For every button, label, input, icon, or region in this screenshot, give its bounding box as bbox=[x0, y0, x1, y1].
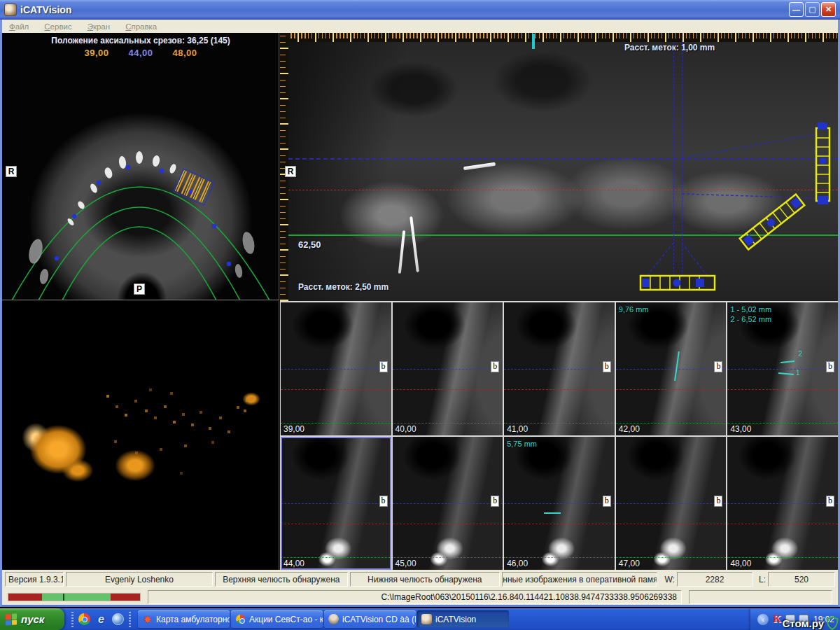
version-field: Версия 1.9.3.13 bbox=[5, 572, 64, 587]
slice-label: 44,00 bbox=[284, 559, 304, 568]
tray-chevron-icon[interactable]: ‹ bbox=[757, 614, 769, 625]
upper-jaw-status-field: Верхняя челюсть обнаружена bbox=[215, 572, 348, 587]
slice-label: 43,00 bbox=[730, 424, 751, 434]
slice-label: 48,00 bbox=[730, 559, 751, 568]
task-button-browser[interactable]: Акции СевСт-ао - ко... bbox=[231, 610, 323, 628]
pano-vertical-guide-1 bbox=[673, 42, 674, 276]
measurement-line[interactable] bbox=[544, 512, 561, 514]
axial-value-3: 48,00 bbox=[173, 48, 197, 58]
slice-thumbnail-grid: b 39,00 b 40,00 b 41,00 9,76 mm b 42,00 … bbox=[280, 301, 838, 570]
volume-3d-panel[interactable] bbox=[2, 301, 279, 570]
buccal-marker: b bbox=[379, 496, 388, 507]
buccal-marker: b bbox=[491, 361, 499, 372]
buccal-marker: b bbox=[603, 496, 611, 507]
pano-tick-spacing-top: Расст. меток: 1,00 mm bbox=[624, 43, 715, 52]
pano-crosshair-blue-line[interactable] bbox=[288, 158, 838, 160]
pano-position-marker[interactable] bbox=[532, 34, 535, 49]
axial-slice-values: 39,0044,0048,00 bbox=[2, 48, 279, 58]
volume-3d-render[interactable] bbox=[2, 301, 279, 570]
start-button[interactable]: пуск bbox=[0, 608, 64, 630]
panoramic-view-panel[interactable]: Расст. меток: 1,00 mm 62,50 Расст. меток… bbox=[280, 33, 838, 301]
menu-file[interactable]: Файл bbox=[9, 22, 29, 31]
axial-value-1: 39,00 bbox=[84, 48, 108, 58]
medcard-app-icon: ✸ bbox=[142, 614, 153, 624]
close-button[interactable]: ✕ bbox=[821, 2, 836, 17]
measurement-point-label: 2 bbox=[798, 350, 802, 358]
slice-label: 41,00 bbox=[507, 424, 528, 434]
measurement-line[interactable] bbox=[780, 360, 794, 363]
slice-tile-44-selected[interactable]: b 44,00 bbox=[281, 437, 391, 570]
task-button-icatvision-active[interactable]: iCATVision bbox=[417, 610, 509, 628]
slice-label: 39,00 bbox=[284, 424, 304, 434]
icatvision-icon bbox=[421, 614, 432, 624]
person-icon bbox=[328, 614, 339, 624]
empty-status-field bbox=[689, 590, 832, 604]
task-button-med-card[interactable]: ✸ Карта амбулаторно... bbox=[138, 610, 230, 628]
slice-label: 47,00 bbox=[619, 559, 640, 568]
menu-help[interactable]: Справка bbox=[125, 22, 157, 31]
slice-tile-39[interactable]: b 39,00 bbox=[281, 302, 391, 435]
pano-measure-overlays bbox=[280, 33, 838, 301]
axial-position-title: Положение аксиальных срезов: 36,25 (145) bbox=[2, 36, 279, 46]
axial-value-2: 44,00 bbox=[128, 48, 153, 58]
window-level-value[interactable]: 520 bbox=[768, 572, 835, 587]
implant-streak bbox=[463, 162, 496, 170]
task-button-icatvision-cd[interactable]: iCATVision CD àà (D:) bbox=[324, 610, 416, 628]
slice-tile-48[interactable]: b 48,00 bbox=[727, 437, 838, 570]
menu-bar: Файл Сервис Экран Справка bbox=[0, 20, 840, 33]
buccal-marker: b bbox=[603, 361, 611, 372]
globe-icon[interactable] bbox=[112, 613, 124, 625]
pano-right-marker: R bbox=[285, 166, 296, 177]
pano-slice-position-label: 62,50 bbox=[298, 239, 321, 250]
status-bar: Версия 1.9.3.13 Evgeniy Loshenko Верхняя… bbox=[0, 570, 840, 589]
watermark-text: Стом.ру bbox=[782, 617, 824, 629]
axial-view-panel[interactable]: Положение аксиальных срезов: 36,25 (145)… bbox=[2, 33, 279, 300]
buccal-marker: b bbox=[491, 496, 499, 507]
slice-label: 40,00 bbox=[396, 424, 416, 434]
window-titlebar[interactable]: iCATVision — ▢ ✕ bbox=[0, 0, 840, 20]
menu-service[interactable]: Сервис bbox=[44, 22, 71, 31]
slice-tile-40[interactable]: b 40,00 bbox=[393, 302, 503, 435]
measurement-line[interactable] bbox=[675, 351, 680, 381]
pano-crosshair-red-line[interactable] bbox=[288, 190, 838, 190]
measurement-value: 1 - 5,02 mm2 - 6,52 mm bbox=[730, 304, 771, 324]
buccal-marker: b bbox=[379, 361, 388, 372]
window-width-value[interactable]: 2282 bbox=[677, 572, 752, 587]
axial-ct-image[interactable] bbox=[2, 33, 279, 300]
slice-tile-47[interactable]: b 47,00 bbox=[616, 437, 727, 570]
window-level-label: L: bbox=[759, 575, 766, 584]
desktop: iCATVision — ▢ ✕ Файл Сервис Экран Справ… bbox=[0, 0, 840, 630]
chrome-icon[interactable] bbox=[78, 613, 90, 625]
image-path-field[interactable]: C:\ImageRoot\063\20150116\2.16.840.11442… bbox=[148, 590, 682, 604]
menu-screen[interactable]: Экран bbox=[88, 22, 110, 31]
slice-tile-41[interactable]: b 41,00 bbox=[504, 302, 615, 435]
toolbar-separator bbox=[129, 612, 131, 627]
stomru-watermark: Стом.ру bbox=[782, 616, 839, 630]
app-icon bbox=[4, 4, 17, 16]
taskbar: пуск e ✸ Карта амбулаторно... Акции СевС… bbox=[0, 608, 840, 630]
pano-tick-spacing-bottom: Расст. меток: 2,50 mm bbox=[298, 282, 388, 292]
axial-right-marker: R bbox=[6, 166, 17, 177]
pano-slice-green-line[interactable] bbox=[288, 234, 838, 236]
window-title: iCATVision bbox=[20, 4, 71, 15]
pano-vertical-guide-2 bbox=[682, 42, 682, 276]
chrome-icon bbox=[235, 614, 246, 624]
slice-tile-46[interactable]: 5,75 mm b 46,00 bbox=[504, 437, 615, 570]
ie-icon[interactable]: e bbox=[95, 613, 107, 625]
lower-jaw-status-field: Нижняя челюсть обнаружена bbox=[350, 572, 500, 587]
slice-tile-45[interactable]: b 45,00 bbox=[393, 437, 503, 570]
kaspersky-icon[interactable]: K bbox=[772, 615, 782, 624]
slice-tile-43[interactable]: 2 1 1 - 5,02 mm2 - 6,52 mm b 43,00 bbox=[727, 302, 838, 435]
maximize-button[interactable]: ▢ bbox=[805, 2, 820, 17]
axial-posterior-marker: P bbox=[134, 284, 145, 295]
slice-label: 42,00 bbox=[619, 424, 640, 434]
progress-status-bar: C:\ImageRoot\063\20150116\2.16.840.11442… bbox=[0, 589, 840, 607]
buccal-marker: b bbox=[826, 496, 834, 507]
slice-label: 46,00 bbox=[507, 559, 528, 568]
buccal-marker: b bbox=[714, 496, 722, 507]
measurement-line[interactable] bbox=[778, 372, 794, 374]
minimize-button[interactable]: — bbox=[789, 2, 804, 17]
slice-label: 45,00 bbox=[396, 559, 416, 568]
slice-tile-42[interactable]: 9,76 mm b 42,00 bbox=[616, 302, 727, 435]
root-canal-post-2 bbox=[410, 216, 419, 272]
